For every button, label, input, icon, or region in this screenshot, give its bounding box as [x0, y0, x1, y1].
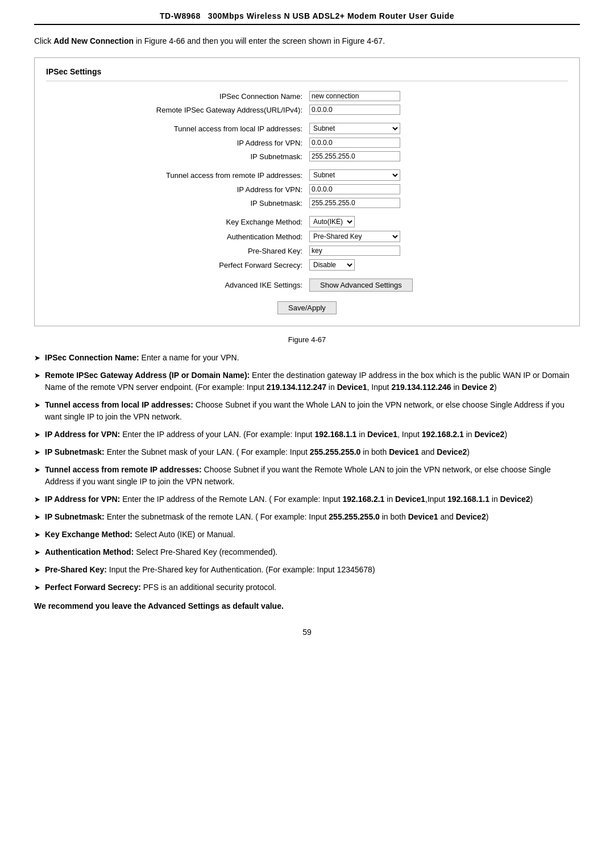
save-row: Save/Apply: [46, 293, 568, 314]
select-key-exchange[interactable]: Auto(IKE) Manual: [309, 216, 355, 227]
arrow-icon-11: ➤: [34, 564, 40, 576]
label-auth-method: Authentication Method:: [46, 229, 307, 244]
field-tunnel-local: Tunnel access from local IP addresses: S…: [46, 121, 568, 136]
show-advanced-button[interactable]: Show Advanced Settings: [309, 279, 413, 292]
list-item-bold-6: Tunnel access from remote IP addresses:: [45, 465, 202, 474]
label-preshared-key: Pre-Shared Key:: [46, 244, 307, 258]
arrow-icon-1: ➤: [34, 352, 40, 364]
intro-bold: Add New Connection: [53, 36, 134, 45]
bullet-list: ➤ IPSec Connection Name: Enter a name fo…: [34, 352, 580, 593]
list-item-bold-8: IP Subnetmask:: [45, 512, 105, 521]
example-ip-5: 192.168.2.1: [342, 495, 384, 504]
list-item-bold-3: Tunnel access from local IP addresses:: [45, 400, 193, 409]
list-item-bold-11: Pre-Shared Key:: [45, 565, 107, 574]
spacer-4: [46, 272, 568, 277]
ipsec-settings-box: IPSec Settings IPSec Connection Name: Re…: [34, 57, 580, 326]
value-tunnel-local: Subnet Single Address: [307, 121, 568, 136]
list-item-text-7: IP Address for VPN: Enter the IP address…: [45, 493, 580, 505]
list-item-1: ➤ IPSec Connection Name: Enter a name fo…: [34, 352, 580, 364]
example-ip-6: 192.168.1.1: [447, 495, 489, 504]
list-item-11: ➤ Pre-Shared Key: Input the Pre-Shared k…: [34, 564, 580, 576]
input-ip-vpn-local[interactable]: [309, 138, 400, 148]
input-subnet-remote[interactable]: [309, 198, 400, 208]
input-preshared-key[interactable]: [309, 246, 400, 256]
value-advanced-ike: Show Advanced Settings: [307, 277, 568, 293]
list-item-bold-12: Perfect Forward Secrecy:: [45, 583, 141, 592]
example-subnet-1: 255.255.255.0: [310, 447, 361, 456]
field-subnet-remote: IP Subnetmask:: [46, 196, 568, 210]
ipsec-settings-title: IPSec Settings: [46, 67, 568, 81]
list-item-text-5: IP Subnetmask: Enter the Subnet mask of …: [45, 446, 580, 458]
figure-label: Figure 4-67: [34, 335, 580, 344]
example-ip-4: 192.168.2.1: [422, 430, 464, 439]
value-pfs: Disable Enable: [307, 258, 568, 272]
intro-text-after: in Figure 4-66 and then you will enter t…: [134, 36, 385, 45]
label-ip-vpn-local: IP Address for VPN:: [46, 136, 307, 149]
intro-paragraph: Click Add New Connection in Figure 4-66 …: [34, 35, 580, 47]
value-tunnel-remote: Subnet Single Address: [307, 168, 568, 182]
arrow-icon-2: ➤: [34, 370, 40, 381]
select-pfs[interactable]: Disable Enable: [309, 259, 355, 271]
list-item-bold-1: IPSec Connection Name:: [45, 353, 139, 362]
select-auth-method[interactable]: Pre-Shared Key Certificate: [309, 231, 400, 242]
list-item-text-2: Remote IPSec Gateway Address (IP or Doma…: [45, 369, 580, 393]
field-subnet-local: IP Subnetmask:: [46, 149, 568, 163]
device2-ref-5: Device2: [456, 512, 486, 521]
list-item-bold-9: Key Exchange Method:: [45, 530, 132, 539]
list-item-4: ➤ IP Address for VPN: Enter the IP addre…: [34, 429, 580, 441]
list-item-7: ➤ IP Address for VPN: Enter the IP addre…: [34, 493, 580, 505]
arrow-icon-7: ➤: [34, 494, 40, 505]
field-pfs: Perfect Forward Secrecy: Disable Enable: [46, 258, 568, 272]
field-auth-method: Authentication Method: Pre-Shared Key Ce…: [46, 229, 568, 244]
arrow-icon-6: ➤: [34, 464, 40, 476]
arrow-icon-5: ➤: [34, 447, 40, 458]
list-item-bold-2: Remote IPSec Gateway Address (IP or Doma…: [45, 371, 250, 380]
input-subnet-local[interactable]: [309, 151, 400, 161]
arrow-icon-3: ➤: [34, 400, 40, 411]
ipsec-form-table: IPSec Connection Name: Remote IPSec Gate…: [46, 89, 568, 293]
value-subnet-local: [307, 149, 568, 163]
list-item-3: ➤ Tunnel access from local IP addresses:…: [34, 399, 580, 423]
example-ip-2: 219.134.112.246: [391, 383, 451, 392]
header-bar: TD-W8968 300Mbps Wireless N USB ADSL2+ M…: [34, 11, 580, 25]
arrow-icon-12: ➤: [34, 582, 40, 593]
model-label: TD-W8968: [160, 11, 201, 20]
list-item-text-3: Tunnel access from local IP addresses: C…: [45, 399, 580, 423]
list-item-text-11: Pre-Shared Key: Input the Pre-Shared key…: [45, 564, 580, 576]
list-item-text-6: Tunnel access from remote IP addresses: …: [45, 464, 580, 488]
field-tunnel-remote: Tunnel access from remote IP addresses: …: [46, 168, 568, 182]
device2-ref-4: Device2: [500, 495, 530, 504]
device1-ref-5: Device1: [408, 512, 438, 521]
label-advanced-ike: Advanced IKE Settings:: [46, 277, 307, 293]
device1-ref-3: Device1: [389, 447, 419, 456]
list-item-12: ➤ Perfect Forward Secrecy: PFS is an add…: [34, 582, 580, 593]
example-ip-1: 219.134.112.247: [267, 383, 326, 392]
recommend-text: We recommend you leave the Advanced Sett…: [34, 601, 580, 610]
field-ip-vpn-local: IP Address for VPN:: [46, 136, 568, 149]
field-ip-vpn-remote: IP Address for VPN:: [46, 182, 568, 196]
arrow-icon-9: ➤: [34, 529, 40, 541]
spacer-2: [46, 163, 568, 168]
list-item-bold-10: Authentication Method:: [45, 547, 134, 556]
label-tunnel-remote: Tunnel access from remote IP addresses:: [46, 168, 307, 182]
save-apply-button[interactable]: Save/Apply: [277, 301, 337, 314]
device2-ref-3: Device2: [437, 447, 467, 456]
example-ip-3: 192.168.1.1: [314, 430, 356, 439]
input-ip-vpn-remote[interactable]: [309, 184, 400, 194]
value-connection-name: [307, 89, 568, 103]
intro-text-before: Click: [34, 36, 53, 45]
input-connection-name[interactable]: [309, 91, 400, 101]
list-item-text-10: Authentication Method: Select Pre-Shared…: [45, 546, 580, 558]
label-pfs: Perfect Forward Secrecy:: [46, 258, 307, 272]
select-tunnel-remote[interactable]: Subnet Single Address: [309, 169, 400, 181]
select-tunnel-local[interactable]: Subnet Single Address: [309, 123, 400, 134]
value-remote-gateway: [307, 103, 568, 117]
list-item-text-4: IP Address for VPN: Enter the IP address…: [45, 429, 580, 441]
spacer-1: [46, 117, 568, 121]
field-key-exchange: Key Exchange Method: Auto(IKE) Manual: [46, 214, 568, 229]
field-connection-name: IPSec Connection Name:: [46, 89, 568, 103]
arrow-icon-4: ➤: [34, 429, 40, 441]
device2-ref-2: Device2: [474, 430, 504, 439]
input-remote-gateway[interactable]: [309, 105, 400, 115]
arrow-icon-8: ➤: [34, 512, 40, 523]
